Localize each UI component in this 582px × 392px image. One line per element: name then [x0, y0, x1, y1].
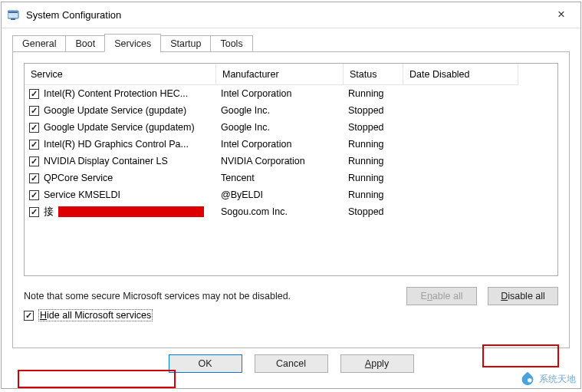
service-checkbox[interactable]	[29, 156, 39, 166]
tab-tools[interactable]: Tools	[210, 35, 252, 52]
note-text: Note that some secure Microsoft services…	[24, 291, 291, 301]
status-cell: Running	[344, 173, 403, 183]
service-cell: Intel(R) Content Protection HEC...	[25, 88, 216, 99]
table-row[interactable]: 接Sogou.com Inc.Stopped	[25, 203, 557, 220]
service-checkbox[interactable]	[29, 173, 39, 183]
close-button[interactable]: ×	[544, 5, 579, 26]
manufacturer-cell: @ByELDI	[216, 189, 344, 200]
system-configuration-window: System Configuration × General Boot Serv…	[1, 2, 581, 389]
table-row[interactable]: Service KMSELDI@ByELDIRunning	[25, 186, 557, 203]
hide-ms-row: Hide all Microsoft services	[24, 310, 558, 321]
svg-rect-1	[8, 12, 18, 13]
watermark-icon	[519, 371, 536, 387]
manufacturer-cell: Intel Corporation	[216, 88, 344, 99]
apply-button[interactable]: Apply	[340, 354, 414, 373]
status-cell: Running	[344, 156, 403, 166]
table-row[interactable]: Intel(R) Content Protection HEC...Intel …	[25, 85, 557, 102]
status-cell: Stopped	[344, 206, 403, 217]
service-name: 接	[44, 206, 54, 219]
table-row[interactable]: Intel(R) HD Graphics Control Pa...Intel …	[25, 136, 557, 153]
service-cell: Google Update Service (gupdatem)	[25, 122, 216, 133]
redacted-block	[58, 206, 204, 217]
table-row[interactable]: NVIDIA Display Container LSNVIDIA Corpor…	[25, 153, 557, 170]
dialog-buttons: OK Cancel Apply	[12, 348, 570, 380]
tab-strip: General Boot Services Startup Tools	[12, 31, 570, 51]
status-cell: Stopped	[344, 105, 403, 116]
client-area: General Boot Services Startup Tools Serv…	[2, 28, 580, 388]
col-date-disabled[interactable]: Date Disabled	[403, 64, 518, 85]
app-icon	[8, 9, 20, 21]
svg-point-3	[528, 378, 532, 383]
service-checkbox[interactable]	[29, 123, 39, 133]
services-panel: Service Manufacturer Status Date Disable…	[12, 51, 570, 348]
status-cell: Running	[344, 139, 403, 150]
manufacturer-cell: Google Inc.	[216, 105, 344, 116]
disable-all-button[interactable]: Disable all	[488, 287, 558, 305]
service-cell: Google Update Service (gupdate)	[25, 105, 216, 116]
status-cell: Stopped	[344, 122, 403, 133]
cancel-button[interactable]: Cancel	[255, 354, 328, 373]
ok-button[interactable]: OK	[169, 354, 242, 373]
service-checkbox[interactable]	[29, 190, 39, 200]
service-checkbox[interactable]	[29, 140, 39, 150]
status-cell: Running	[344, 189, 403, 200]
service-cell: NVIDIA Display Container LS	[25, 156, 216, 166]
watermark: 系统天地	[519, 371, 576, 387]
hide-ms-label[interactable]: Hide all Microsoft services	[38, 310, 153, 321]
service-checkbox[interactable]	[29, 89, 39, 99]
window-title: System Configuration	[26, 9, 544, 21]
service-cell: QPCore Service	[25, 173, 216, 183]
listview-body: Intel(R) Content Protection HEC...Intel …	[25, 85, 557, 220]
status-cell: Running	[344, 88, 403, 99]
service-cell: 接	[25, 206, 216, 219]
manufacturer-cell: Tencent	[216, 173, 344, 183]
service-cell: Service KMSELDI	[25, 189, 216, 200]
col-service[interactable]: Service	[25, 64, 216, 85]
manufacturer-cell: Google Inc.	[216, 122, 344, 133]
col-status[interactable]: Status	[344, 64, 403, 85]
services-listview[interactable]: Service Manufacturer Status Date Disable…	[24, 63, 558, 276]
enable-all-button: Enable all	[406, 287, 477, 305]
service-name: Google Update Service (gupdatem)	[44, 122, 195, 133]
tab-general[interactable]: General	[12, 35, 66, 52]
service-checkbox[interactable]	[29, 106, 39, 116]
service-name: QPCore Service	[44, 173, 113, 183]
service-name: Google Update Service (gupdate)	[44, 105, 186, 116]
table-row[interactable]: QPCore ServiceTencentRunning	[25, 170, 557, 186]
table-row[interactable]: Google Update Service (gupdatem)Google I…	[25, 119, 557, 136]
manufacturer-cell: Intel Corporation	[216, 139, 344, 150]
manufacturer-cell: NVIDIA Corporation	[216, 156, 344, 166]
service-name: Intel(R) Content Protection HEC...	[44, 88, 188, 99]
listview-header: Service Manufacturer Status Date Disable…	[25, 64, 557, 85]
tab-boot[interactable]: Boot	[65, 35, 105, 52]
tab-startup[interactable]: Startup	[160, 35, 211, 52]
service-name: Service KMSELDI	[44, 189, 120, 200]
titlebar: System Configuration ×	[2, 2, 580, 28]
col-manufacturer[interactable]: Manufacturer	[216, 64, 344, 85]
svg-rect-2	[11, 18, 15, 20]
watermark-text: 系统天地	[539, 373, 576, 386]
service-name: NVIDIA Display Container LS	[44, 156, 168, 166]
manufacturer-cell: Sogou.com Inc.	[216, 206, 344, 217]
tab-services[interactable]: Services	[104, 34, 161, 52]
service-checkbox[interactable]	[29, 207, 39, 217]
service-name: Intel(R) HD Graphics Control Pa...	[44, 139, 189, 150]
hide-ms-checkbox[interactable]	[24, 311, 34, 321]
note-row: Note that some secure Microsoft services…	[24, 287, 558, 305]
service-cell: Intel(R) HD Graphics Control Pa...	[25, 139, 216, 150]
table-row[interactable]: Google Update Service (gupdate)Google In…	[25, 102, 557, 119]
